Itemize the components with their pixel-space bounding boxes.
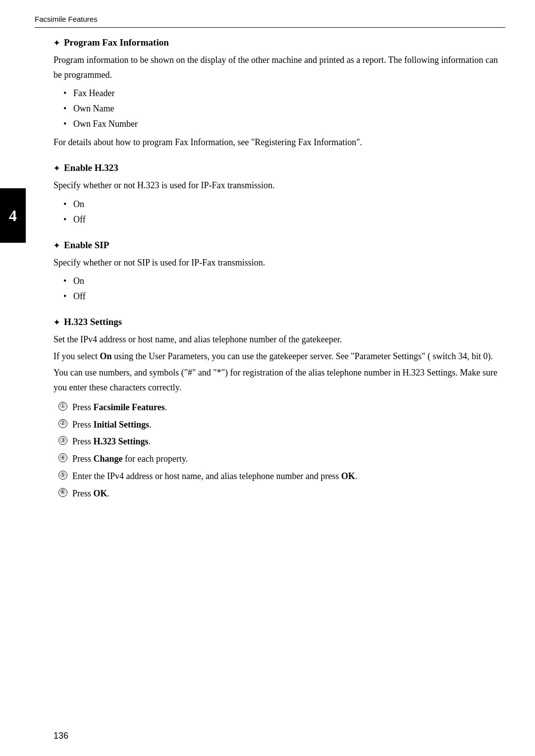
step1-bold: Facsimile Features [94,402,165,412]
step-circle-3: ③ [58,436,67,445]
page-container: 4 Facsimile Features ✦ Program Fax Infor… [0,0,535,756]
step3-bold: H.323 Settings [94,436,149,446]
step-3: ③ Press H.323 Settings. [58,434,500,449]
program-fax-intro: Program information to be shown on the d… [54,53,500,82]
section-title-sip: ✦ Enable SIP [54,240,500,251]
page-number: 136 [54,731,68,741]
main-content: ✦ Program Fax Information Program inform… [54,37,500,721]
section-h323-settings: ✦ H.323 Settings Set the IPv4 address or… [54,317,500,501]
step6-bold: OK [94,488,107,498]
section-heading-h323-settings: H.323 Settings [64,317,122,327]
sip-bullet-off: Off [63,289,500,304]
h323-intro: Specify whether or not H.323 is used for… [54,178,500,193]
sip-bullet-on: On [63,274,500,288]
h323-settings-para3: You can use numbers, and symbols ("#" an… [54,366,500,395]
steps-list: ① Press Facsimile Features. ② Press Init… [58,400,500,501]
section-heading-h323: Enable H.323 [64,162,118,173]
header-text: Facsimile Features [35,15,98,23]
step-1: ① Press Facsimile Features. [58,400,500,415]
bullet-fax-header: Fax Header [63,86,500,101]
h323-bullet-off: Off [63,213,500,227]
program-fax-footer: For details about how to program Fax Inf… [54,135,500,150]
sip-intro: Specify whether or not SIP is used for I… [54,256,500,270]
program-fax-bullets: Fax Header Own Name Own Fax Number [63,86,500,131]
section-body-h323: Specify whether or not H.323 is used for… [54,178,500,226]
h323-settings-para1: Set the IPv4 address or host name, and a… [54,332,500,347]
section-body-h323-settings: Set the IPv4 address or host name, and a… [54,332,500,501]
step-2: ② Press Initial Settings. [58,418,500,432]
section-body-sip: Specify whether or not SIP is used for I… [54,256,500,304]
page-header: Facsimile Features [35,14,505,28]
step-circle-1: ① [58,402,67,411]
step-circle-6: ⑥ [58,488,67,497]
section-heading-program-fax: Program Fax Information [64,37,169,48]
diamond-icon-3: ✦ [54,241,60,250]
step4-bold: Change [94,454,123,464]
section-enable-sip: ✦ Enable SIP Specify whether or not SIP … [54,240,500,304]
sip-bullets: On Off [63,274,500,304]
step-6: ⑥ Press OK. [58,486,500,501]
step2-bold: Initial Settings [94,420,150,430]
h323-bullet-on: On [63,197,500,212]
bold-on: On [100,351,111,361]
step-5: ⑤ Enter the IPv4 address or host name, a… [58,469,500,484]
h323-settings-para2: If you select On using the User Paramete… [54,349,500,364]
step-circle-4: ④ [58,453,67,462]
section-body-program-fax: Program information to be shown on the d… [54,53,500,150]
step-circle-2: ② [58,419,67,428]
section-title-h323-settings: ✦ H.323 Settings [54,317,500,327]
and-text: and [198,368,211,378]
bullet-own-fax-number: Own Fax Number [63,117,500,131]
diamond-icon-1: ✦ [54,39,60,48]
section-enable-h323: ✦ Enable H.323 Specify whether or not H.… [54,162,500,226]
diamond-icon-2: ✦ [54,164,60,173]
section-heading-sip: Enable SIP [64,240,109,251]
diamond-icon-4: ✦ [54,318,60,327]
step-4: ④ Press Change for each property. [58,452,500,466]
step5-bold: OK [341,471,355,481]
bullet-own-name: Own Name [63,102,500,116]
chapter-tab: 4 [0,188,26,243]
h323-bullets: On Off [63,197,500,227]
section-title-h323: ✦ Enable H.323 [54,162,500,173]
section-program-fax-info: ✦ Program Fax Information Program inform… [54,37,500,150]
chapter-number: 4 [9,207,17,225]
step-circle-5: ⑤ [58,471,67,480]
section-title-program-fax: ✦ Program Fax Information [54,37,500,48]
